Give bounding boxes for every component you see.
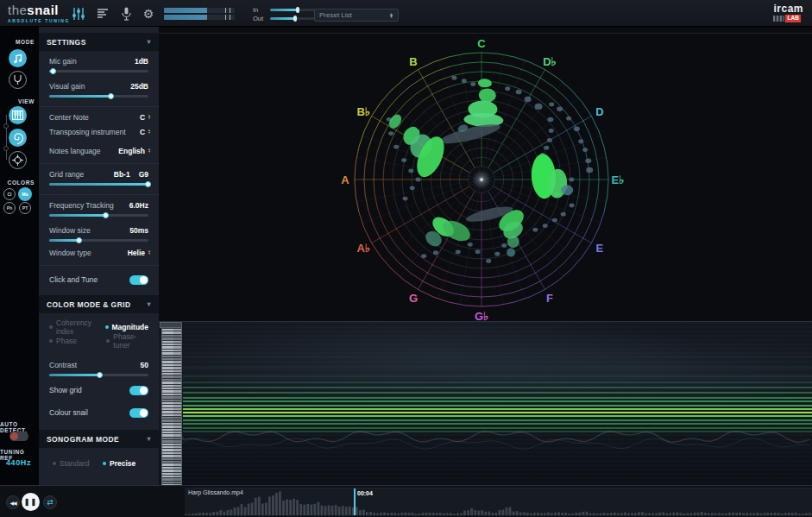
microphone-icon[interactable]: [118, 6, 134, 22]
contrast-value: 50: [141, 361, 148, 369]
view-node: [3, 146, 9, 151]
colour-snail-label: Colour snail: [49, 408, 88, 417]
sonogram-mode-section-header[interactable]: SONOGRAM MODE▾: [39, 430, 159, 448]
playhead-marker[interactable]: [354, 489, 356, 515]
color-mode-section-header[interactable]: COLOR MODE & GRID▾: [39, 295, 159, 313]
mode-label: MODE: [16, 39, 35, 45]
eq-lines-icon[interactable]: [95, 6, 110, 22]
note-label: C: [477, 37, 485, 50]
note-label: E♭: [612, 173, 625, 186]
contrast-label: Contrast: [49, 361, 77, 369]
note-label: A♭: [356, 242, 370, 255]
transposing-select[interactable]: Transposing instrument C▲▼: [39, 124, 159, 139]
coherency-index-option[interactable]: Coherency index: [49, 318, 105, 336]
left-rail: MODE VIEW COLORS CI Ma Ph PT AUTO DETECT…: [0, 27, 39, 485]
window-size-slider[interactable]: [49, 236, 148, 243]
sonogram-mode-options: Standard Precise: [39, 455, 159, 470]
phase-tuner-option[interactable]: Phase-tuner: [106, 332, 148, 350]
window-size-label: Window size: [49, 226, 91, 235]
timeline-strip[interactable]: Harp Glissando.mp4: [185, 488, 812, 516]
precise-option[interactable]: Precise: [103, 459, 135, 468]
io-sliders: In Out: [253, 5, 324, 22]
out-label: Out: [253, 15, 270, 22]
window-type-value: Helie: [128, 249, 145, 257]
color-ma-button[interactable]: Ma: [18, 187, 32, 201]
note-label: B: [409, 55, 417, 68]
show-grid-toggle[interactable]: [129, 386, 148, 395]
grid-range-high: G9: [139, 170, 148, 179]
notes-language-value: English: [118, 147, 145, 155]
tuning-fork-mode-button[interactable]: [9, 71, 27, 89]
click-and-tune-toggle[interactable]: [129, 275, 148, 285]
freq-tracking-slider[interactable]: [49, 211, 148, 218]
center-note-value: C: [140, 113, 145, 122]
contrast-slider[interactable]: [49, 371, 148, 378]
note-label: E: [595, 242, 603, 255]
center-note-select[interactable]: Center Note C▲▼: [39, 110, 159, 124]
mic-gain-slider[interactable]: [49, 67, 148, 74]
visual-gain-value: 25dB: [130, 82, 148, 91]
stepper-icon: ▲▼: [148, 148, 151, 153]
grid-range-control: Grid range Bb-1G9: [39, 164, 159, 189]
piano-keyboard-strip[interactable]: [161, 327, 182, 486]
click-and-tune-label: Click and Tune: [49, 275, 98, 284]
ircam-lab-badge: LAB: [785, 15, 800, 22]
auto-detect-toggle[interactable]: [9, 432, 28, 441]
color-mode-options: Coherency index Magnitude Phase Phase-tu…: [39, 318, 159, 348]
meter-right: [164, 15, 235, 20]
window-type-select[interactable]: Window type Helie▲▼: [39, 245, 159, 260]
transport-bar: ◀◀ ❚❚ ⇄ Harp Glissando.mp4 00:04: [0, 485, 812, 517]
magnitude-option[interactable]: Magnitude: [105, 323, 149, 331]
phase-option[interactable]: Phase: [49, 337, 106, 345]
stepper-icon: ▲▼: [148, 129, 151, 134]
transposing-value: C: [140, 128, 145, 136]
note-label: B♭: [356, 105, 370, 118]
ircam-text: ircam: [773, 3, 803, 14]
show-grid-row: Show grid: [39, 382, 159, 398]
grid-range-label: Grid range: [49, 170, 84, 179]
mic-gain-label: Mic gain: [49, 57, 77, 66]
preset-list-dropdown[interactable]: Preset List ▲▼: [314, 9, 399, 22]
note-label: D: [595, 105, 603, 118]
rewind-button[interactable]: ◀◀: [6, 495, 20, 509]
logo-subtitle: ABSOLUTE TUNING: [8, 19, 70, 23]
grid-range-low: Bb-1: [114, 170, 130, 179]
preset-list-value: Preset List: [319, 11, 352, 19]
click-and-tune-row: Click and Tune: [39, 272, 159, 287]
keyboard-scroll-handle[interactable]: [160, 322, 182, 328]
snail-visualization[interactable]: CD♭DE♭EFG♭GA♭AB♭B: [159, 27, 812, 321]
time-marker: 00:04: [357, 490, 373, 496]
loop-button[interactable]: ⇄: [43, 495, 57, 509]
gear-icon[interactable]: ⚙: [141, 6, 156, 22]
note-label: G: [409, 291, 418, 304]
grid-range-slider[interactable]: [49, 180, 148, 187]
freq-tracking-value: 6.0Hz: [129, 201, 148, 210]
standard-option[interactable]: Standard: [53, 459, 103, 468]
preset-stepper-icon: ▲▼: [389, 13, 393, 18]
colour-snail-toggle[interactable]: [129, 408, 148, 418]
note-label: F: [546, 291, 553, 304]
window-size-value: 50ms: [129, 226, 148, 235]
logo-snail: snail: [27, 3, 59, 17]
in-label: In: [253, 6, 270, 14]
show-grid-label: Show grid: [49, 386, 82, 394]
color-ph-button[interactable]: Ph: [3, 202, 16, 214]
settings-section-header[interactable]: SETTINGS▾: [39, 33, 159, 51]
color-ci-button[interactable]: CI: [3, 188, 16, 200]
visual-gain-control: Visual gain25dB: [39, 76, 159, 101]
compass-view-button[interactable]: [9, 151, 27, 169]
pause-button[interactable]: ❚❚: [22, 493, 40, 511]
notes-language-select[interactable]: Notes language English▲▼: [39, 143, 159, 158]
snail-view-button[interactable]: [9, 129, 27, 147]
chevron-down-icon: ▾: [148, 300, 151, 308]
color-pt-button[interactable]: PT: [19, 202, 31, 214]
tuning-ref-value: 440Hz: [6, 458, 31, 467]
visual-gain-label: Visual gain: [49, 82, 85, 91]
keyboard-view-button[interactable]: [9, 106, 27, 124]
music-mode-button[interactable]: [9, 49, 27, 67]
faders-icon[interactable]: [71, 6, 86, 22]
sonogram-view[interactable]: [159, 321, 812, 485]
stepper-icon: ▲▼: [148, 250, 151, 255]
visual-gain-slider[interactable]: [49, 92, 148, 99]
ircam-logo: ircam LAB: [773, 3, 803, 22]
